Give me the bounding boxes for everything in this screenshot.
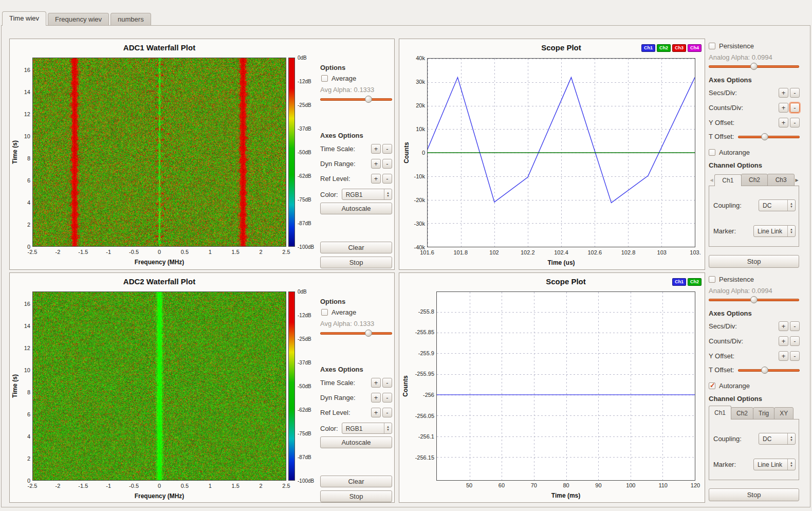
y-tick-label: 40k <box>416 55 425 61</box>
slider-thumb[interactable] <box>365 96 372 103</box>
t-offset-slider[interactable] <box>738 367 800 374</box>
ref-level-increase-button[interactable]: + <box>371 174 381 184</box>
secs-div-decrease-button[interactable]: - <box>790 321 800 331</box>
axes-options-header: Axes Options <box>320 366 363 373</box>
waterfall-stop-button[interactable]: Stop <box>320 490 392 502</box>
channel-tab-trig[interactable]: Trig <box>753 407 774 419</box>
autoscale-button[interactable]: Autoscale <box>320 436 392 448</box>
legend-chip-ch2[interactable]: Ch2 <box>657 44 671 52</box>
colorbar-tick-label: -75dB <box>298 197 311 203</box>
dyn-range-increase-button[interactable]: + <box>371 159 381 169</box>
waterfall-stop-button[interactable]: Stop <box>320 257 392 268</box>
avg-alpha-slider[interactable] <box>320 96 392 103</box>
marker-dropdown[interactable]: Line Link ▲▼ <box>753 459 796 470</box>
legend-chip-ch1[interactable]: Ch1 <box>672 278 686 286</box>
y-tick-label: 12 <box>24 111 30 117</box>
time-scale-decrease-button[interactable]: - <box>382 144 392 154</box>
time-scale-increase-button[interactable]: + <box>371 378 381 388</box>
channel-tab-ch2[interactable]: Ch2 <box>741 174 768 186</box>
time-scale-decrease-button[interactable]: - <box>382 378 392 388</box>
secs-div-increase-button[interactable]: + <box>779 321 788 331</box>
slider-thumb[interactable] <box>750 296 758 303</box>
average-checkbox[interactable] <box>321 75 328 82</box>
channel-tab-ch2[interactable]: Ch2 <box>731 407 753 419</box>
adc2-waterfall-plot[interactable] <box>32 291 286 481</box>
marker-dropdown[interactable]: Line Link ▲▼ <box>753 225 796 237</box>
y-offset-increase-button[interactable]: + <box>779 351 788 361</box>
slider-track[interactable] <box>320 98 392 101</box>
autorange-checkbox[interactable] <box>709 382 715 389</box>
dyn-range-increase-button[interactable]: + <box>371 393 381 403</box>
colormap-dropdown[interactable]: RGB1 ▲▼ <box>342 423 392 434</box>
x-tick-label: 0.5 <box>181 249 189 255</box>
ref-level-increase-button[interactable]: + <box>371 408 381 417</box>
coupling-dropdown[interactable]: DC ▲▼ <box>759 433 796 445</box>
ref-level-decrease-button[interactable]: - <box>382 408 392 417</box>
counts-div-decrease-button[interactable]: - <box>790 336 800 346</box>
clear-button[interactable]: Clear <box>320 242 392 253</box>
slider-track[interactable] <box>738 369 800 372</box>
analog-alpha-slider[interactable] <box>709 296 799 303</box>
secs-div-decrease-button[interactable]: - <box>790 88 800 98</box>
ref-level-decrease-button[interactable]: - <box>382 174 392 184</box>
dyn-range-decrease-button[interactable]: - <box>382 159 392 169</box>
secs-div-increase-button[interactable]: + <box>779 88 788 98</box>
channel-tab-ch1[interactable]: Ch1 <box>714 174 742 186</box>
slider-thumb[interactable] <box>750 63 758 70</box>
autorange-checkbox[interactable] <box>709 149 715 156</box>
time-scale-increase-button[interactable]: + <box>371 144 381 154</box>
tab-frequency-view[interactable]: Frequency wiev <box>48 13 109 25</box>
tab-scroll-right-icon[interactable]: ▶ <box>794 178 800 186</box>
autoscale-button[interactable]: Autoscale <box>320 203 392 214</box>
legend-chip-ch4[interactable]: Ch4 <box>688 44 702 52</box>
y-offset-decrease-button[interactable]: - <box>790 351 800 361</box>
waterfall-canvas[interactable] <box>33 58 286 246</box>
scope-stop-button[interactable]: Stop <box>709 488 799 501</box>
scope1-plot[interactable] <box>427 58 695 247</box>
tab-numbers[interactable]: numbers <box>110 13 151 25</box>
spinner-arrows-icon[interactable]: ▲▼ <box>787 200 795 211</box>
spinner-arrows-icon[interactable]: ▲▼ <box>384 189 392 199</box>
counts-div-increase-button[interactable]: + <box>779 336 788 346</box>
channel-tab-xy[interactable]: XY <box>774 407 793 419</box>
slider-track[interactable] <box>738 136 800 138</box>
persistence-checkbox[interactable] <box>709 43 715 49</box>
y-offset-decrease-button[interactable]: - <box>790 118 800 127</box>
coupling-dropdown[interactable]: DC ▲▼ <box>759 199 796 211</box>
scope2-plot[interactable] <box>436 291 695 481</box>
colorbar-labels: 0dB-12dB-25dB-37dB-50dB-62dB-75dB-87dB-1… <box>298 291 318 481</box>
tab-scroll-left-icon[interactable]: ◀ <box>709 178 714 186</box>
clear-button[interactable]: Clear <box>320 476 392 487</box>
channel-tab-ch3[interactable]: Ch3 <box>767 174 795 186</box>
spinner-arrows-icon[interactable]: ▲▼ <box>787 433 795 444</box>
colormap-dropdown[interactable]: RGB1 ▲▼ <box>342 189 392 200</box>
tab-time-view[interactable]: Time wiev <box>2 11 46 26</box>
avg-alpha-slider[interactable] <box>320 330 392 337</box>
slider-thumb[interactable] <box>365 330 372 337</box>
adc1-waterfall-plot[interactable] <box>32 58 286 247</box>
slider-thumb[interactable] <box>761 133 768 140</box>
average-checkbox[interactable] <box>321 309 328 316</box>
legend-chip-ch1[interactable]: Ch1 <box>641 44 655 52</box>
slider-track[interactable] <box>320 332 392 335</box>
legend-chip-ch3[interactable]: Ch3 <box>672 44 686 52</box>
slider-thumb[interactable] <box>761 367 768 374</box>
spinner-arrows-icon[interactable]: ▲▼ <box>787 226 795 236</box>
counts-div-increase-button[interactable]: + <box>779 103 788 113</box>
legend-chip-ch2[interactable]: Ch2 <box>688 278 702 286</box>
colorbar-tick-label: -87dB <box>298 454 311 460</box>
color-row: Color: RGB1 ▲▼ <box>320 189 392 200</box>
persistence-checkbox[interactable] <box>709 276 715 283</box>
t-offset-slider[interactable] <box>738 133 800 140</box>
scope-stop-button[interactable]: Stop <box>709 255 799 268</box>
analog-alpha-slider[interactable] <box>709 63 799 70</box>
y-offset-increase-button[interactable]: + <box>779 118 788 127</box>
x-tick-label: 2 <box>260 249 263 255</box>
counts-div-decrease-button[interactable]: - <box>790 103 800 113</box>
waterfall-canvas[interactable] <box>33 292 286 480</box>
channel-tab-ch1[interactable]: Ch1 <box>709 406 731 419</box>
time-scale-row: Time Scale: + - <box>320 378 392 388</box>
spinner-arrows-icon[interactable]: ▲▼ <box>384 423 392 433</box>
dyn-range-decrease-button[interactable]: - <box>382 393 392 403</box>
spinner-arrows-icon[interactable]: ▲▼ <box>787 459 795 470</box>
